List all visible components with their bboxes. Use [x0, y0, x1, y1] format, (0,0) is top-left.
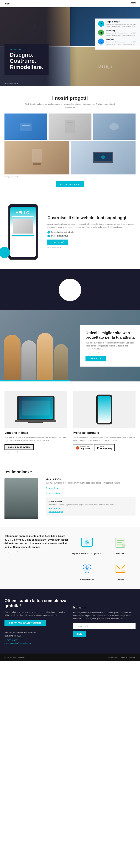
app-store-big-text: App Store: [80, 447, 90, 450]
svg-point-19: [122, 544, 126, 547]
testimonials-title: testimonianze: [4, 469, 136, 474]
sviluppo-icon: ⬡: [98, 38, 104, 44]
project-1-graphic: [19, 119, 33, 134]
desktop-version-cta[interactable]: Saggi del browser: [4, 444, 34, 450]
newsletter-email-input[interactable]: [73, 623, 136, 629]
hero-credit: Immagine da freepik: [4, 83, 18, 84]
feature-support: 24 Supporto 24 ore su 24, 7 giorni su 7: [72, 534, 102, 557]
newsletter-title: Iscrivimi!: [73, 606, 136, 610]
svg-text:24: 24: [85, 540, 89, 544]
marketing-icon: ◆: [98, 30, 104, 35]
projects-subtitle: Well deget sagittis ut convection purus …: [23, 102, 117, 109]
cta-newsletter-section: Ottieni subito la tua consulenza gratuit…: [0, 589, 140, 653]
build-section: HELLO! Costruisci il sito web dei tuoi s…: [0, 194, 140, 269]
support-svg: 24: [79, 535, 95, 550]
projects-cta-button[interactable]: PER SAPERE DI PIÙ: [56, 181, 84, 187]
team-title: Ottieni il miglior sito web progettato p…: [85, 331, 135, 340]
cta-body: Piciure e girate mia uy tos, la tes summ…: [4, 611, 67, 617]
big-white-circle: [59, 279, 81, 301]
phone-screen: HELLO!: [10, 207, 36, 257]
testimonial-main-content: NINA LARSON Duis aute irure dolor in rep…: [45, 478, 136, 519]
footer-privacy-link[interactable]: Privacy Policy: [107, 656, 118, 658]
svg-rect-16: [117, 540, 124, 541]
features-left-column: Offriamo un apprendimento online flessib…: [4, 534, 68, 582]
service-marketing: ◆ Marketing Sample text. Click to select…: [98, 30, 137, 36]
collab-illustration: [72, 560, 102, 577]
mobile-device-mockup: [73, 391, 136, 428]
consult-button[interactable]: CONTATTACI GRATUITAMENTE: [4, 620, 46, 626]
footer-links: Privacy Policy Terms & Conditions: [107, 656, 136, 658]
person-4: [54, 344, 68, 381]
hero-su-label: SU DI NOI: [10, 48, 43, 50]
testimonial-secondary-name: NORA PERRY: [48, 500, 133, 503]
project-thumb-3: [93, 114, 136, 140]
footer-terms-link[interactable]: Terms & Conditions: [121, 656, 136, 658]
projects-grid-bottom: [4, 141, 136, 175]
desktop-device-mockup: [4, 391, 67, 428]
google-play-button[interactable]: ▶ GET IT ON Google Play: [94, 444, 115, 451]
footer: © 2020 All Rights Reserved Privacy Polic…: [0, 653, 140, 661]
project-2-graphic: [64, 119, 76, 134]
build-cta-button[interactable]: LEARI DI PIÙ: [47, 240, 68, 245]
cta-left-column: Ottieni subito la tua consulenza gratuit…: [4, 598, 67, 644]
check-icon-2: ✓: [47, 235, 50, 237]
svg-rect-17: [117, 542, 122, 542]
cta-address-city: Nuovo Mexico 4567: [4, 634, 67, 638]
build-title: Costruisci il sito web dei tuoi sogni og…: [47, 215, 136, 220]
testimonial-main-rating: ★ ★ ★ ★ ★: [45, 487, 136, 489]
hero-grid-4: Design: [70, 47, 140, 86]
service-sviluppo: ⬡ Sviluppo Sample text. Click to select …: [98, 38, 137, 45]
build-feature-1: ✓ Supporto via e-mail o telefono: [47, 231, 136, 234]
svg-rect-18: [117, 544, 123, 545]
cta-title: Ottieni subito la tua consulenza gratuit…: [4, 598, 67, 608]
desktop-version-title: Versione in linea: [4, 431, 67, 435]
phone-hello-text: HELLO!: [15, 210, 31, 215]
svg-point-10: [101, 155, 105, 159]
project-4-graphic: [30, 149, 43, 166]
collab-label: Collaborazione: [72, 579, 102, 581]
person-1: [4, 335, 21, 381]
newsletter-submit-button[interactable]: INVIO: [73, 631, 86, 637]
marketing-text: Marketing Sample text. Click to select t…: [106, 30, 137, 36]
app-store-button[interactable]: 🍎 Download on the App Store: [73, 444, 93, 451]
team-section: Ottieni il miglior sito web progettato p…: [0, 310, 140, 381]
build-body: Aenean sodales aliquam euismod semis uis…: [47, 223, 136, 229]
testimonial-secondary-link[interactable]: Per sapere di più: [48, 510, 133, 513]
build-features-list: ✓ Supporto via e-mail o telefono ✓ Suppo…: [47, 231, 136, 237]
projects-title: I nostri progetti: [4, 95, 136, 101]
project-thumb-1: [4, 114, 47, 140]
features-grid: Offriamo un apprendimento online flessib…: [4, 534, 136, 582]
svg-rect-6: [32, 149, 42, 162]
hero-section: & MK Design SU DI NOI Disegno. Costruire…: [0, 7, 140, 86]
graphic-text: Graphic design Sample text. Click to sel…: [106, 21, 137, 27]
testimonial-secondary-text: Duis aute irure dolor in reprehenderit i…: [48, 503, 133, 506]
navbar: logo: [0, 0, 140, 7]
team-credit: Immagine da freepik: [85, 352, 135, 354]
footer-copyright: © 2020 All Rights Reserved: [4, 656, 25, 658]
collab-svg: [79, 561, 95, 576]
service-graphic: ✦ Graphic design Sample text. Click to s…: [98, 21, 137, 27]
cta-phone: +1(505) 556-9999: [4, 639, 67, 642]
store-buttons-container: 🍎 Download on the App Store ▶ GET IT ON …: [73, 444, 136, 451]
team-cta-button[interactable]: LEARI DI PIÙ: [85, 356, 106, 362]
project-thumb-4: [4, 141, 69, 175]
support-label: Supporto 24 ore su 24, 7 giorni su 7: [72, 553, 102, 557]
testimonial-main-link[interactable]: Per sapere di più: [45, 492, 136, 494]
features-right-grid: 24 Supporto 24 ore su 24, 7 giorni su 7: [72, 534, 136, 582]
project-3-graphic: [107, 121, 121, 132]
testimonial-main-name: NINA LARSON: [45, 478, 136, 481]
svg-point-5: [109, 123, 119, 130]
graphic-icon: ✦: [98, 21, 104, 27]
cta-address-street: New York, 4456 Parker Road Allentown,: [4, 631, 67, 634]
hamburger-menu[interactable]: [131, 2, 136, 5]
team-overlay-card: Ottieni il miglior sito web progettato p…: [80, 326, 140, 367]
features-credit: Immagine da freepik: [4, 551, 68, 553]
build-phone-container: HELLO!: [4, 204, 42, 260]
svg-rect-14: [83, 547, 91, 548]
project-thumb-5: [71, 141, 136, 175]
phone-body: [96, 395, 112, 425]
feature-contacts: Contatti: [105, 560, 136, 582]
google-play-big-text: Google Play: [100, 447, 112, 450]
phone-image-placeholder: [13, 219, 33, 234]
mobile-version-card: Preferisci portatile Duis aute irure dol…: [73, 391, 136, 453]
